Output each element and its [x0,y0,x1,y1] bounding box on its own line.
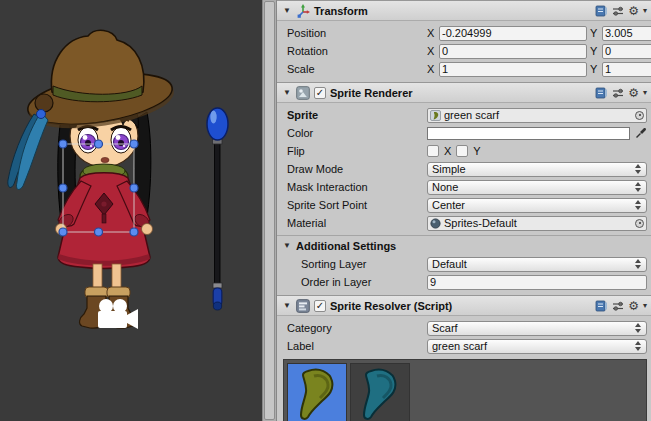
axis-y-label: Y [590,63,599,75]
mask-interaction-value: None [432,181,631,193]
selection-handle[interactable] [130,228,138,236]
flip-y-label: Y [473,145,480,157]
sprite-renderer-header[interactable]: ▼ ✓ Sprite Renderer ⚙ ▾ [277,82,651,103]
foldout-icon[interactable]: ▼ [283,89,292,97]
selection-handle[interactable] [130,184,138,192]
axis-y-label: Y [590,45,599,57]
label-label: Label [287,340,427,352]
axis-x-label: X [427,27,436,39]
scale-label: Scale [287,63,427,75]
position-row: Position X Y Z [287,24,647,42]
label-dropdown[interactable]: green scarf [427,339,647,354]
character-sprite[interactable] [8,30,177,328]
component-enabled-checkbox[interactable]: ✓ [314,300,326,312]
scale-row: Scale X Y Z [287,60,647,78]
help-book-icon[interactable] [595,5,608,17]
position-y-input[interactable] [602,26,651,41]
scrollbar-thumb[interactable] [264,1,275,420]
selection-handle[interactable] [130,140,138,148]
foldout-icon[interactable]: ▼ [283,7,292,15]
object-picker-icon[interactable] [635,219,644,228]
selection-handle[interactable] [59,228,67,236]
foldout-icon[interactable]: ▼ [283,302,292,310]
color-label: Color [287,127,427,139]
transform-header[interactable]: ▼ Transform ⚙ ▾ [277,0,651,21]
preset-icon[interactable] [612,5,624,17]
sprite-resolver-header[interactable]: ▼ ✓ Sprite Resolver (Script) ⚙ ▾ [277,295,651,316]
scale-y-input[interactable] [602,62,651,77]
selection-handle[interactable] [59,184,67,192]
dropdown-arrows-icon [635,259,642,269]
material-label: Material [287,217,427,229]
mask-interaction-label: Mask Interaction [287,181,427,193]
sprite-object-field[interactable]: green scarf [427,108,647,123]
rotation-row: Rotation X Y Z [287,42,647,60]
context-menu-arrow-icon[interactable]: ▾ [643,7,647,15]
component-title: Sprite Resolver (Script) [330,300,452,312]
sprite-sort-point-row: Sprite Sort Point Center [287,196,647,214]
context-menu-arrow-icon[interactable]: ▾ [643,89,647,97]
category-dropdown[interactable]: Scarf [427,321,647,336]
axis-y-label: Y [590,27,599,39]
inspector-scrollbar[interactable] [262,0,277,421]
flip-row: Flip X Y [287,142,647,160]
object-picker-icon[interactable] [635,111,644,120]
selection-handle[interactable] [95,140,103,148]
gear-icon[interactable]: ⚙ [628,300,639,312]
rotation-x-input[interactable] [439,44,587,59]
mask-interaction-dropdown[interactable]: None [427,180,647,195]
help-book-icon[interactable] [595,300,608,312]
order-in-layer-row: Order in Layer [287,273,647,291]
position-x-input[interactable] [439,26,587,41]
draw-mode-value: Simple [432,163,631,175]
scene-canvas [0,0,262,421]
material-sphere-icon [430,218,441,229]
draw-mode-dropdown[interactable]: Simple [427,162,647,177]
flip-y-checkbox[interactable] [456,145,468,157]
selection-handle[interactable] [59,140,67,148]
component-enabled-checkbox[interactable]: ✓ [314,87,326,99]
sorting-layer-dropdown[interactable]: Default [427,257,647,272]
rotation-y-input[interactable] [602,44,651,59]
foldout-icon[interactable]: ▼ [283,242,292,250]
help-book-icon[interactable] [595,87,608,99]
axis-x-label: X [427,63,436,75]
eyedropper-icon[interactable] [635,127,647,139]
material-object-name: Sprites-Default [444,217,632,229]
additional-settings-foldout[interactable]: ▼ Additional Settings [283,237,647,255]
material-row: Material Sprites-Default [287,214,647,232]
sorting-layer-label: Sorting Layer [287,258,427,270]
flip-x-checkbox[interactable] [427,145,439,157]
context-menu-arrow-icon[interactable]: ▾ [643,302,647,310]
gear-icon[interactable]: ⚙ [628,87,639,99]
mask-interaction-row: Mask Interaction None [287,178,647,196]
dropdown-arrows-icon [635,182,642,192]
draw-mode-label: Draw Mode [287,163,427,175]
component-title: Transform [314,5,368,17]
sprite-sort-point-label: Sprite Sort Point [287,199,427,211]
selection-handle[interactable] [95,228,103,236]
material-object-field[interactable]: Sprites-Default [427,216,647,231]
draw-mode-row: Draw Mode Simple [287,160,647,178]
preset-icon[interactable] [612,87,624,99]
sprite-renderer-icon [296,86,310,100]
axis-x-label: X [427,45,436,57]
transform-body: Position X Y Z Rotation X Y Z [277,21,651,82]
unity-window: ▼ Transform ⚙ ▾ [0,0,651,421]
sprite-renderer-body: Sprite green scarf Color [277,103,651,295]
color-swatch[interactable] [427,127,630,140]
sprite-thumbnail-teal-scarf[interactable] [350,363,410,421]
transform-icon [296,4,310,18]
order-in-layer-input[interactable] [427,275,647,290]
scene-view[interactable] [0,0,262,421]
preset-icon[interactable] [612,300,624,312]
camera-gizmo-icon[interactable] [98,299,138,329]
staff-sprite[interactable] [207,108,228,310]
gear-icon[interactable]: ⚙ [628,5,639,17]
sprite-thumbnail-green-scarf[interactable] [287,363,347,421]
sprite-resolver-icon [296,299,310,313]
dropdown-arrows-icon [635,164,642,174]
sprite-thumb-icon [430,110,441,121]
sprite-sort-point-dropdown[interactable]: Center [427,198,647,213]
scale-x-input[interactable] [439,62,587,77]
